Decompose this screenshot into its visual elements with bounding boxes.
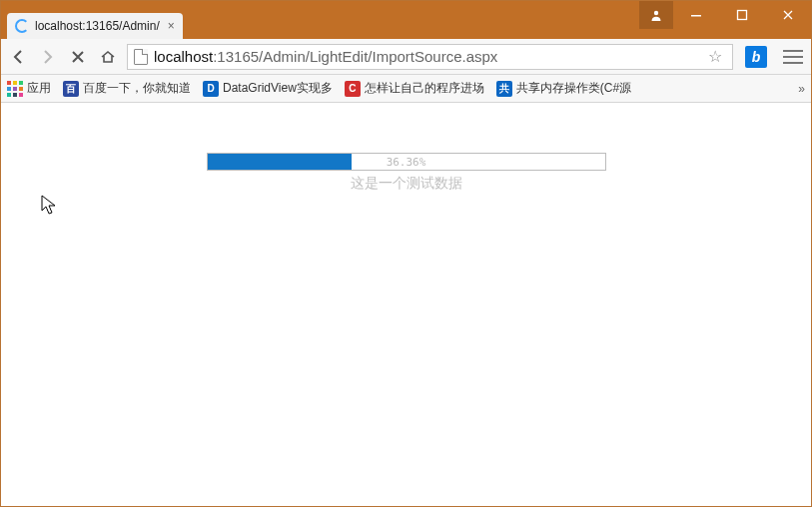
apps-label: 应用 bbox=[27, 80, 51, 97]
apps-shortcut[interactable]: 应用 bbox=[7, 80, 51, 97]
menu-bar-icon bbox=[783, 50, 803, 52]
progress-message: 这是一个测试数据 bbox=[207, 175, 606, 193]
tab-strip: localhost:13165/Admin/ × bbox=[1, 1, 183, 39]
browser-tab[interactable]: localhost:13165/Admin/ × bbox=[7, 13, 183, 39]
address-bar[interactable]: localhost:13165/Admin/LightEdit/ImportSo… bbox=[127, 44, 733, 70]
window-titlebar: localhost:13165/Admin/ × bbox=[1, 1, 811, 39]
svg-rect-2 bbox=[738, 11, 747, 20]
tab-close-button[interactable]: × bbox=[168, 19, 175, 33]
menu-bar-icon bbox=[783, 56, 803, 58]
page-content: 36.36% 这是一个测试数据 bbox=[1, 103, 811, 506]
progress-percent-label: 36.36% bbox=[208, 154, 605, 170]
bookmarks-bar: 应用 百 百度一下，你就知道 D DataGridView实现多 C 怎样让自己… bbox=[1, 75, 811, 103]
extension-glyph: b bbox=[752, 49, 761, 65]
browser-toolbar: localhost:13165/Admin/LightEdit/ImportSo… bbox=[1, 39, 811, 75]
browser-menu-button[interactable] bbox=[781, 47, 805, 67]
url-path: :13165/Admin/LightEdit/ImportSource.aspx bbox=[213, 48, 497, 65]
extension-button[interactable]: b bbox=[745, 46, 767, 68]
bookmark-label: DataGridView实现多 bbox=[223, 80, 333, 97]
favicon-icon: 共 bbox=[496, 81, 512, 97]
bookmark-item[interactable]: D DataGridView实现多 bbox=[203, 80, 333, 97]
bookmark-item[interactable]: 共 共享内存操作类(C#源 bbox=[496, 80, 631, 97]
bookmark-star-button[interactable]: ☆ bbox=[708, 47, 722, 66]
minimize-button[interactable] bbox=[673, 1, 719, 29]
close-icon bbox=[782, 9, 794, 21]
favicon-icon: D bbox=[203, 81, 219, 97]
stop-icon bbox=[71, 50, 85, 64]
mouse-cursor-icon bbox=[41, 195, 57, 217]
bookmarks-overflow-button[interactable]: » bbox=[798, 82, 805, 96]
apps-grid-icon bbox=[7, 81, 23, 97]
url-host: localhost bbox=[154, 48, 213, 65]
menu-bar-icon bbox=[783, 62, 803, 64]
close-window-button[interactable] bbox=[765, 1, 811, 29]
maximize-icon bbox=[736, 9, 748, 21]
bookmark-item[interactable]: C 怎样让自己的程序进场 bbox=[345, 80, 484, 97]
tab-title: localhost:13165/Admin/ bbox=[35, 19, 160, 33]
progress-container: 36.36% 这是一个测试数据 bbox=[207, 153, 606, 193]
user-profile-button[interactable] bbox=[639, 1, 673, 29]
svg-point-0 bbox=[654, 11, 658, 15]
arrow-left-icon bbox=[9, 48, 27, 66]
bookmark-item[interactable]: 百 百度一下，你就知道 bbox=[63, 80, 191, 97]
bookmark-label: 百度一下，你就知道 bbox=[83, 80, 191, 97]
loading-spinner-icon bbox=[15, 19, 29, 33]
user-icon bbox=[650, 9, 662, 21]
stop-reload-button[interactable] bbox=[67, 46, 89, 68]
bookmark-label: 怎样让自己的程序进场 bbox=[365, 80, 484, 97]
maximize-button[interactable] bbox=[719, 1, 765, 29]
home-button[interactable] bbox=[97, 46, 119, 68]
minimize-icon bbox=[690, 9, 702, 21]
home-icon bbox=[100, 49, 116, 65]
page-icon bbox=[134, 49, 148, 65]
window-controls bbox=[639, 1, 811, 29]
back-button[interactable] bbox=[7, 46, 29, 68]
arrow-right-icon bbox=[39, 48, 57, 66]
favicon-icon: 百 bbox=[63, 81, 79, 97]
forward-button[interactable] bbox=[37, 46, 59, 68]
bookmark-label: 共享内存操作类(C#源 bbox=[516, 80, 631, 97]
progress-bar: 36.36% bbox=[207, 153, 606, 171]
svg-rect-1 bbox=[691, 15, 701, 17]
favicon-icon: C bbox=[345, 81, 361, 97]
